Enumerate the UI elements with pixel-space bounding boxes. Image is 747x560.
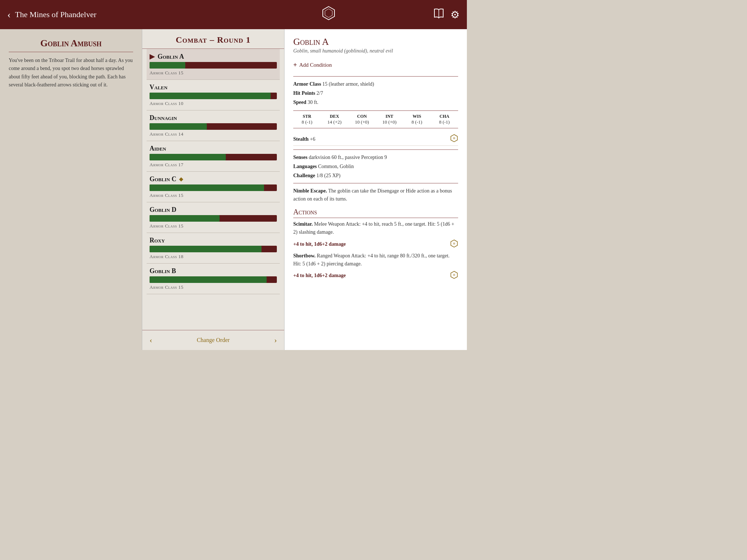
challenge-line: Challenge 1/8 (25 XP) <box>293 172 458 179</box>
combatant-name-goblin-b: Goblin B <box>150 267 277 275</box>
hp-fill-goblin-d <box>150 215 220 222</box>
combatant-item-roxy[interactable]: Roxy Armor Class 18 <box>147 233 280 264</box>
stealth-skill-line: Stealth +6 <box>293 133 458 146</box>
stealth-label: Stealth +6 <box>293 136 315 142</box>
add-condition-label: Add Condition <box>299 62 332 68</box>
languages-line: Languages Common, Goblin <box>293 163 458 170</box>
combatant-item-aiden[interactable]: Aiden Armor Class 17 <box>147 141 280 172</box>
prev-order-button[interactable]: ‹ <box>150 335 152 345</box>
action-roll[interactable]: +4 to hit, 1d6+2 damage <box>293 271 458 280</box>
adventure-description: You've been on the Triboar Trail for abo… <box>9 57 133 89</box>
hp-bar-goblin-b <box>150 276 277 283</box>
ability-cell-wis: WIS 8 (-1) <box>403 114 430 125</box>
divider-3 <box>293 183 458 183</box>
ability-scores-table: STR 8 (-1) DEX 14 (+2) CON 10 (+0) INT 1… <box>293 110 458 128</box>
hp-bar-valen <box>150 93 277 99</box>
ability-cell-str: STR 8 (-1) <box>293 114 321 125</box>
hp-bar-aiden <box>150 154 277 160</box>
book-icon[interactable] <box>433 8 445 21</box>
hp-fill-roxy <box>150 246 262 252</box>
hp-fill-valen <box>150 93 271 99</box>
combat-header: Combat – Round 1 <box>142 29 284 49</box>
senses-line: Senses darkvision 60 ft., passive Percep… <box>293 153 458 161</box>
combatant-ac-goblin-c: Armor Class 15 <box>150 192 277 198</box>
stealth-roll-icon[interactable] <box>450 134 458 144</box>
ability-cell-int: INT 10 (+0) <box>376 114 403 125</box>
svg-marker-1 <box>325 9 332 18</box>
combatant-ac-valen: Armor Class 10 <box>150 101 277 106</box>
hp-fill-goblin-a <box>150 62 185 69</box>
combatant-item-goblin-b[interactable]: Goblin B Armor Class 15 <box>147 264 280 294</box>
action-scimitar.: Scimitar. Melee Weapon Attack: +4 to hit… <box>293 220 458 249</box>
combatant-item-valen[interactable]: Valen Armor Class 10 <box>147 80 280 110</box>
combatant-name-valen: Valen <box>150 83 277 91</box>
hp-bar-goblin-a <box>150 62 277 69</box>
creature-subtitle: Goblin, small humanoid (goblinoid), neut… <box>293 48 458 54</box>
combatant-name-aiden: Aiden <box>150 145 277 152</box>
combatant-name-dunnagin: Dunnagin <box>150 114 277 122</box>
combatant-name-goblin-d: Goblin D <box>150 206 277 214</box>
svg-point-4 <box>453 137 455 139</box>
next-order-button[interactable]: › <box>274 335 277 345</box>
right-panel: Goblin A Goblin, small humanoid (goblino… <box>285 29 467 350</box>
speed-line: Speed 30 ft. <box>293 98 458 106</box>
hp-bar-goblin-c <box>150 184 277 191</box>
add-condition-button[interactable]: + Add Condition <box>293 59 458 71</box>
combatant-ac-goblin-d: Armor Class 15 <box>150 223 277 229</box>
combatant-item-dunnagin[interactable]: Dunnagin Armor Class 14 <box>147 110 280 141</box>
hp-bar-dunnagin <box>150 123 277 130</box>
creature-name: Goblin A <box>293 36 458 47</box>
combatant-item-goblin-a[interactable]: ▶ Goblin A Armor Class 15 <box>147 49 280 80</box>
top-nav: ‹ The Mines of Phandelver ⚙ <box>0 0 467 29</box>
change-order-label[interactable]: Change Order <box>197 337 229 343</box>
ability-cell-con: CON 10 (+0) <box>348 114 376 125</box>
action-roll[interactable]: +4 to hit, 1d6+2 damage <box>293 240 458 249</box>
combatant-name-goblin-a: ▶ Goblin A <box>150 52 277 61</box>
trait-nimble-escape.: Nimble Escape. The goblin can take the D… <box>293 187 458 203</box>
actions-section-title: Actions <box>293 208 458 218</box>
ability-scores-row: STR 8 (-1) DEX 14 (+2) CON 10 (+0) INT 1… <box>293 114 458 125</box>
left-panel: Goblin Ambush You've been on the Triboar… <box>0 29 142 350</box>
combat-round-title: Combat – Round 1 <box>150 35 277 45</box>
nav-icons: ⚙ <box>433 8 460 21</box>
divider-1 <box>293 76 458 77</box>
combatant-ac-dunnagin: Armor Class 14 <box>150 131 277 137</box>
action-shortbow.: Shortbow. Ranged Weapon Attack: +4 to hi… <box>293 252 458 281</box>
combatants-list: ▶ Goblin A Armor Class 15 Valen Armor Cl… <box>142 49 284 330</box>
combatant-ac-roxy: Armor Class 18 <box>150 254 277 260</box>
armor-class-line: Armor Class 15 (leather armor, shield) <box>293 80 458 88</box>
middle-panel: Combat – Round 1 ▶ Goblin A Armor Class … <box>142 29 285 350</box>
hp-fill-aiden <box>150 154 226 160</box>
combat-footer: ‹ Change Order › <box>142 330 284 350</box>
adventure-title: Goblin Ambush <box>9 38 133 52</box>
svg-point-8 <box>453 274 455 276</box>
dice-icon <box>224 6 433 24</box>
nav-title: The Mines of Phandelver <box>15 10 224 19</box>
hit-points-line: Hit Points 2/7 <box>293 89 458 97</box>
roll-dice-icon[interactable] <box>450 271 458 280</box>
combatant-name-roxy: Roxy <box>150 237 277 244</box>
combatant-ac-goblin-b: Armor Class 15 <box>150 284 277 290</box>
actions-container: Scimitar. Melee Weapon Attack: +4 to hit… <box>293 220 458 281</box>
ability-cell-dex: DEX 14 (+2) <box>321 114 348 125</box>
combatant-ac-goblin-a: Armor Class 15 <box>150 70 277 76</box>
combatant-name-goblin-c: Goblin C ◆ <box>150 175 277 183</box>
combatant-item-goblin-c[interactable]: Goblin C ◆ Armor Class 15 <box>147 172 280 202</box>
hp-fill-goblin-b <box>150 276 267 283</box>
roll-dice-icon[interactable] <box>450 240 458 249</box>
combatant-item-goblin-d[interactable]: Goblin D Armor Class 15 <box>147 202 280 233</box>
divider-2 <box>293 149 458 150</box>
back-button[interactable]: ‹ <box>7 9 11 20</box>
ability-cell-cha: CHA 8 (-1) <box>431 114 458 125</box>
combatant-ac-aiden: Armor Class 17 <box>150 162 277 168</box>
settings-icon[interactable]: ⚙ <box>450 9 460 21</box>
svg-marker-0 <box>323 7 334 20</box>
hp-fill-goblin-c <box>150 184 264 191</box>
hp-fill-dunnagin <box>150 123 207 130</box>
current-indicator: ◆ <box>179 176 183 182</box>
svg-point-6 <box>453 242 455 245</box>
main-content: Goblin Ambush You've been on the Triboar… <box>0 29 467 350</box>
hp-bar-goblin-d <box>150 215 277 222</box>
hp-bar-roxy <box>150 246 277 252</box>
traits-container: Nimble Escape. The goblin can take the D… <box>293 187 458 203</box>
